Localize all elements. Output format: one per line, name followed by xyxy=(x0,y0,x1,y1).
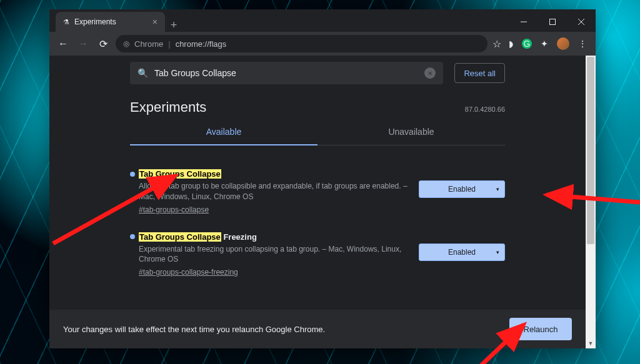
new-tab-button[interactable]: + xyxy=(165,19,182,32)
tab-available[interactable]: Available xyxy=(130,119,318,145)
extension-grammarly-icon[interactable]: G xyxy=(522,39,532,49)
search-icon: 🔍 xyxy=(138,68,148,78)
flask-icon: ⚗ xyxy=(63,18,69,26)
reload-button[interactable]: ⟳ xyxy=(96,38,111,50)
flag-state-dropdown[interactable]: Enabled ▾ xyxy=(419,243,505,261)
tab-title: Experiments xyxy=(74,17,148,26)
scroll-down-icon[interactable]: ▼ xyxy=(586,338,596,348)
forward-button[interactable]: → xyxy=(76,38,91,49)
flag-description: Allows a tab group to be collapsible and… xyxy=(139,181,408,202)
flag-description: Experimental tab freezing upon collapsin… xyxy=(139,244,408,265)
chevron-down-icon: ▾ xyxy=(496,186,499,192)
url-path: chrome://flags xyxy=(176,39,227,49)
bookmark-star-icon[interactable]: ☆ xyxy=(492,38,501,50)
vertical-scrollbar[interactable]: ▲ ▼ xyxy=(586,56,596,348)
extension-pocket-icon[interactable]: ◗ xyxy=(509,39,513,49)
address-bar[interactable]: ◎ Chrome | chrome://flags xyxy=(116,35,488,52)
chrome-version: 87.0.4280.66 xyxy=(465,106,505,113)
browser-toolbar: ← → ⟳ ◎ Chrome | chrome://flags ☆ ◗ G ✦ … xyxy=(49,32,596,56)
browser-window: ⚗ Experiments × + ← → ⟳ ◎ Chrome | chrom… xyxy=(49,9,596,348)
tab-unavailable[interactable]: Unavailable xyxy=(318,119,505,145)
chevron-down-icon: ▾ xyxy=(496,249,499,255)
flag-name-suffix: Freezing xyxy=(221,232,257,242)
relaunch-button[interactable]: Relaunch xyxy=(509,318,572,340)
close-icon[interactable]: × xyxy=(152,17,158,27)
dropdown-value: Enabled xyxy=(448,185,476,194)
relaunch-bar: Your changes will take effect the next t… xyxy=(49,310,586,348)
flag-anchor-link[interactable]: #tab-groups-collapse-freezing xyxy=(139,268,238,277)
flag-name-highlight: Tab Groups Collapse xyxy=(139,232,221,242)
flag-anchor-link[interactable]: #tab-groups-collapse xyxy=(139,205,209,214)
page-content: 🔍 Tab Groups Collapse ✕ Reset all Experi… xyxy=(49,56,586,348)
browser-tab[interactable]: ⚗ Experiments × xyxy=(56,12,165,32)
url-scheme: Chrome xyxy=(134,39,163,49)
svg-rect-1 xyxy=(550,19,556,25)
scroll-thumb[interactable] xyxy=(587,57,594,244)
tab-strip: ⚗ Experiments × + xyxy=(49,9,596,32)
profile-avatar[interactable] xyxy=(557,37,569,50)
back-button[interactable]: ← xyxy=(56,38,71,49)
bullet-icon xyxy=(130,234,135,239)
window-close[interactable] xyxy=(567,12,596,32)
window-maximize[interactable] xyxy=(538,12,567,32)
window-minimize[interactable] xyxy=(509,12,538,32)
search-input[interactable]: 🔍 Tab Groups Collapse ✕ xyxy=(130,62,443,84)
flag-row: Tab Groups Collapse Allows a tab group t… xyxy=(130,160,505,224)
site-info-icon[interactable]: ◎ xyxy=(123,39,129,48)
extensions-puzzle-icon[interactable]: ✦ xyxy=(541,39,548,49)
flag-state-dropdown[interactable]: Enabled ▾ xyxy=(419,180,505,198)
bullet-icon xyxy=(130,172,135,177)
flag-row: Tab Groups Collapse Freezing Experimenta… xyxy=(130,224,505,287)
overflow-menu-icon[interactable]: ⋮ xyxy=(578,39,587,49)
dropdown-value: Enabled xyxy=(448,248,476,257)
search-value: Tab Groups Collapse xyxy=(154,68,418,78)
reset-all-button[interactable]: Reset all xyxy=(454,63,505,83)
flag-name-highlight: Tab Groups Collapse xyxy=(139,169,221,179)
filter-tabs: Available Unavailable xyxy=(130,119,505,145)
relaunch-message: Your changes will take effect the next t… xyxy=(63,325,325,334)
clear-search-icon[interactable]: ✕ xyxy=(424,67,436,79)
page-title: Experiments xyxy=(130,99,206,116)
